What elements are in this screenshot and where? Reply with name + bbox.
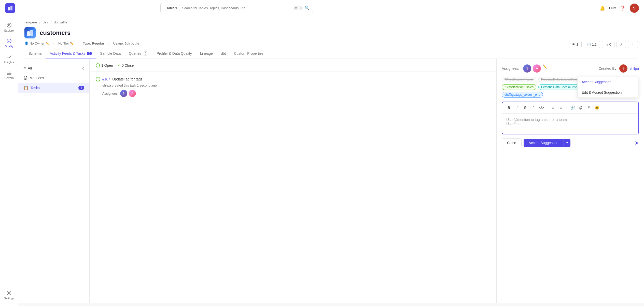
notifications-button[interactable]: 🔔	[599, 5, 605, 11]
italic-button[interactable]: I	[513, 104, 521, 111]
language-button[interactable]: EN ▾	[609, 6, 616, 10]
accept-suggestion-button[interactable]: Accept Suggestion	[524, 139, 564, 147]
tab-dbt[interactable]: dbt	[217, 48, 230, 59]
help-button[interactable]: ❓	[620, 5, 626, 11]
version-button[interactable]: 🕐 1.2	[584, 41, 600, 48]
suggestion-dropdown: Accept Suggestion Edit & Accept Suggesti…	[577, 77, 638, 98]
bold-button[interactable]: B	[505, 104, 512, 111]
sidebar-item-quality[interactable]: Quality	[1, 36, 17, 50]
assignee-avatar-1: S	[120, 90, 127, 97]
task-meta: shilpa created this task 1 second ago	[96, 84, 490, 87]
search-input[interactable]	[182, 6, 291, 10]
breadcrumb: red-pere / dev / dbt_jaffle	[24, 20, 638, 24]
code-button[interactable]: </>	[538, 104, 545, 111]
share-button[interactable]: ↗	[617, 41, 626, 48]
quote-button[interactable]: "	[530, 104, 537, 111]
sidebar-item-explore[interactable]: Explore	[1, 20, 17, 34]
entity-meta: 👤 No Owner ✏️ | No Tier ✏️ | Type: Regul…	[24, 41, 638, 45]
accept-btn-group: Accept Suggestion ▾	[524, 139, 570, 147]
svg-rect-1	[10, 6, 12, 10]
svg-point-2	[7, 23, 11, 27]
queries-badge: 0	[143, 51, 148, 55]
sidebar-item-insights[interactable]: Insights	[1, 52, 17, 66]
sidebar-item-settings[interactable]: Settings	[1, 288, 17, 302]
dropdown-edit-accept-suggestion[interactable]: Edit & Accept Suggestion	[578, 87, 638, 98]
main-content: red-pere / dev / dbt_jaffle customers	[18, 16, 644, 306]
filter-mentions[interactable]: @ Mentions	[18, 73, 89, 83]
task-status-icon	[96, 77, 100, 81]
editor-toolbar: B I S " </> ≡ ≡ 🔗 @ # 🙂	[502, 102, 638, 114]
tab-schema[interactable]: Schema	[24, 48, 46, 59]
extra-tag-1: dbtTags.tags_column_one	[502, 92, 543, 98]
star-icon: ☆	[605, 43, 608, 46]
tier-field[interactable]: No Tier ✏️	[58, 41, 74, 45]
star-button[interactable]: ☆ 0	[602, 41, 614, 48]
strikethrough-button[interactable]: S	[522, 104, 529, 111]
tab-lineage[interactable]: Lineage	[196, 48, 217, 59]
tab-queries[interactable]: Queries 0	[125, 48, 152, 59]
link-button[interactable]: 🔗	[569, 104, 576, 111]
type-field: Type: Regular	[83, 41, 104, 45]
quality-icon	[6, 38, 12, 44]
explore-icon	[6, 22, 12, 28]
more-button[interactable]: ⋮	[628, 41, 638, 48]
tab-custom-properties[interactable]: Custom Properties	[230, 48, 268, 59]
mention-button[interactable]: @	[577, 104, 584, 111]
top-nav: Table ▾ ⌘ K 🔍 🔔 EN ▾ ❓ S	[0, 0, 644, 16]
task-id[interactable]: #167	[102, 77, 110, 81]
filter-tasks[interactable]: 📋 Tasks 1	[18, 83, 89, 93]
owner-field[interactable]: 👤 No Owner ✏️	[24, 41, 49, 45]
svg-rect-0	[8, 7, 10, 10]
emoji-button[interactable]: 🙂	[593, 104, 600, 111]
created-by: Created By: S shilpa	[598, 64, 639, 73]
assignees-label: Assignees:	[502, 66, 519, 71]
watch-button[interactable]: 👁 1	[569, 41, 581, 48]
rp-avatars: S A ✏️	[523, 64, 547, 73]
search-icon: 🔍	[305, 6, 310, 10]
edit-owner-icon[interactable]: ✏️	[46, 42, 49, 45]
search-type-button[interactable]: Table ▾	[164, 5, 180, 11]
user-avatar[interactable]: S	[630, 4, 639, 13]
unordered-list-button[interactable]: ≡	[557, 104, 565, 111]
list-icon: ≡	[23, 66, 26, 71]
editor-placeholder-line1: Use @mention to tag a user or a team.	[506, 118, 634, 122]
hashtag-button[interactable]: #	[585, 104, 592, 111]
tab-activity-feeds-tasks[interactable]: Activity Feeds & Tasks 0	[46, 48, 96, 59]
rp-avatar-2: A	[533, 64, 541, 73]
sidebar-item-label: Settings	[4, 297, 14, 300]
send-button[interactable]: ➤	[635, 140, 639, 146]
ordered-list-button[interactable]: ≡	[549, 104, 556, 111]
comment-editor: B I S " </> ≡ ≡ 🔗 @ # 🙂	[502, 102, 639, 134]
tab-profiler-data-quality[interactable]: Profiler & Data Quality	[152, 48, 196, 59]
activity-badge: 0	[87, 52, 92, 55]
tab-sample-data[interactable]: Sample Data	[96, 48, 125, 59]
rp-assignees-row: Assignees: S A ✏️ Created By: S shilpa	[502, 64, 639, 73]
close-count: ✓ 0 Close	[117, 63, 134, 67]
close-indicator: ✓	[117, 63, 120, 67]
app-logo[interactable]	[5, 3, 15, 13]
header-actions: 👁 1 🕐 1.2 ☆ 0 ↗ ⋮	[569, 41, 638, 48]
close-button[interactable]: Close	[502, 138, 522, 147]
history-icon: 🕐	[587, 43, 591, 46]
settings-icon	[6, 290, 12, 296]
toolbar-separator	[547, 105, 547, 110]
open-count: 1 Open	[96, 63, 113, 67]
editor-body[interactable]: Use @mention to tag a user or a team. Us…	[502, 114, 638, 134]
sidebar-item-govern[interactable]: Govern	[1, 68, 17, 81]
removed-tag-1: "Classification.".sales	[502, 77, 536, 82]
edit-tier-icon[interactable]: ✏️	[70, 42, 74, 45]
entity-icon	[24, 27, 36, 38]
added-tag-1: "Classification.".sales	[502, 84, 536, 90]
accept-suggestion-dropdown-button[interactable]: ▾	[564, 139, 570, 147]
creator-name[interactable]: shilpa	[629, 66, 639, 71]
dropdown-accept-suggestion[interactable]: Accept Suggestion	[578, 77, 638, 87]
open-indicator	[96, 63, 100, 67]
sidebar-item-label: Explore	[4, 29, 14, 32]
edit-assignees-icon[interactable]: ✏️	[542, 64, 547, 73]
filter-all[interactable]: ≡ All 0	[18, 63, 89, 73]
feed-area: 1 Open ✓ 0 Close #167 UpdateTag for tags…	[90, 59, 496, 303]
sidebar-item-label: Insights	[4, 61, 14, 64]
creator-avatar: S	[619, 64, 627, 73]
filter-panel: ≡ All 0 @ Mentions 📋 Tasks 1	[18, 59, 90, 303]
task-title: UpdateTag for tags	[112, 77, 142, 81]
